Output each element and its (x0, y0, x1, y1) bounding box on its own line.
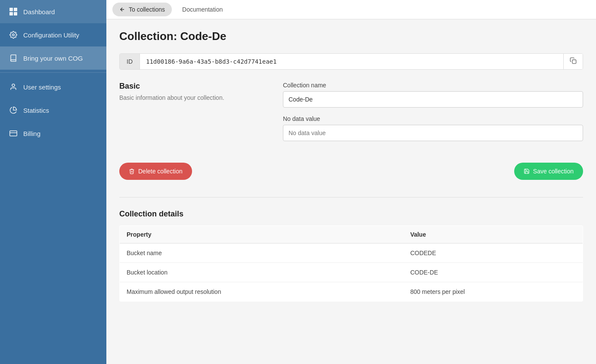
svg-point-4 (12, 34, 15, 36)
svg-rect-3 (14, 12, 17, 15)
sidebar-item-label: Billing (23, 130, 40, 137)
page-title: Collection: Code-De (119, 30, 583, 43)
no-data-value-input[interactable] (283, 125, 583, 141)
settings-icon (9, 30, 18, 40)
table-cell-property: Bucket location (120, 263, 404, 282)
content-area: Collection: Code-De ID Basic Basic infor… (106, 19, 596, 312)
details-section-title: Collection details (119, 210, 583, 219)
col-property: Property (120, 226, 404, 244)
sidebar-item-label: Bring your own COG (23, 55, 83, 62)
svg-rect-2 (9, 12, 13, 15)
sidebar-item-label: Statistics (23, 107, 49, 114)
tab-documentation[interactable]: Documentation (174, 0, 231, 19)
action-row: Delete collection Save collection (119, 163, 583, 180)
save-icon (524, 168, 530, 174)
table-cell-value: CODE-DE (404, 263, 583, 282)
tab-to-collections-label: To collections (129, 6, 165, 13)
table-cell-property: Maximum allowed output resolution (120, 282, 404, 302)
save-collection-button[interactable]: Save collection (514, 163, 583, 180)
collection-name-label: Collection name (283, 82, 583, 89)
tab-to-collections[interactable]: To collections (112, 3, 172, 16)
id-row: ID (119, 53, 583, 70)
section-left: Basic Basic information about your colle… (119, 82, 266, 149)
collection-name-input[interactable] (283, 91, 583, 108)
delete-collection-label: Delete collection (138, 168, 183, 175)
tab-documentation-label: Documentation (182, 6, 223, 13)
svg-rect-1 (14, 8, 17, 11)
svg-point-5 (12, 84, 15, 86)
basic-section-title: Basic (119, 82, 266, 91)
table-row: Maximum allowed output resolution800 met… (120, 282, 583, 302)
copy-id-button[interactable] (563, 54, 583, 69)
section-right: Collection name No data value (283, 82, 583, 149)
sidebar-item-label: Configuration Utility (23, 31, 79, 39)
sidebar-item-statistics[interactable]: Statistics (0, 99, 106, 122)
section-divider (119, 197, 583, 197)
details-table: Property Value Bucket nameCODEDEBucket l… (119, 225, 583, 302)
sidebar-item-user-settings[interactable]: User settings (0, 75, 106, 99)
table-cell-value: 800 meters per pixel (404, 282, 583, 302)
sidebar-divider (0, 72, 106, 73)
grid-icon (9, 7, 18, 16)
sidebar-item-label: Dashboard (23, 8, 55, 15)
table-cell-property: Bucket name (120, 244, 404, 263)
svg-rect-6 (10, 131, 17, 136)
sidebar-item-billing[interactable]: Billing (0, 122, 106, 145)
user-icon (9, 82, 18, 92)
trash-icon (129, 168, 135, 174)
table-row: Bucket nameCODEDE (120, 244, 583, 263)
pie-chart-icon (9, 105, 18, 115)
basic-section-desc: Basic information about your collection. (119, 94, 266, 101)
id-field[interactable] (140, 54, 563, 69)
sidebar-item-configuration-utility[interactable]: Configuration Utility (0, 23, 106, 46)
delete-collection-button[interactable]: Delete collection (119, 163, 192, 180)
id-label: ID (120, 54, 140, 69)
copy-icon (570, 57, 577, 64)
tabs-bar: To collections Documentation (106, 0, 596, 19)
sidebar-item-dashboard[interactable]: Dashboard (0, 0, 106, 23)
table-row: Bucket locationCODE-DE (120, 263, 583, 282)
table-cell-value: CODEDE (404, 244, 583, 263)
sidebar-item-bring-your-own-cog[interactable]: Bring your own COG (0, 46, 106, 70)
sidebar-item-label: User settings (23, 83, 61, 91)
save-collection-label: Save collection (533, 168, 574, 175)
svg-rect-9 (572, 60, 576, 64)
book-icon (9, 53, 18, 63)
no-data-value-label: No data value (283, 115, 583, 122)
sidebar: Dashboard Configuration Utility Bring yo… (0, 0, 106, 364)
arrow-left-icon (119, 6, 125, 12)
col-value: Value (404, 226, 583, 244)
basic-section: Basic Basic information about your colle… (119, 82, 583, 149)
credit-card-icon (9, 129, 18, 138)
svg-rect-0 (9, 8, 13, 11)
main-content: To collections Documentation Collection:… (106, 0, 596, 364)
